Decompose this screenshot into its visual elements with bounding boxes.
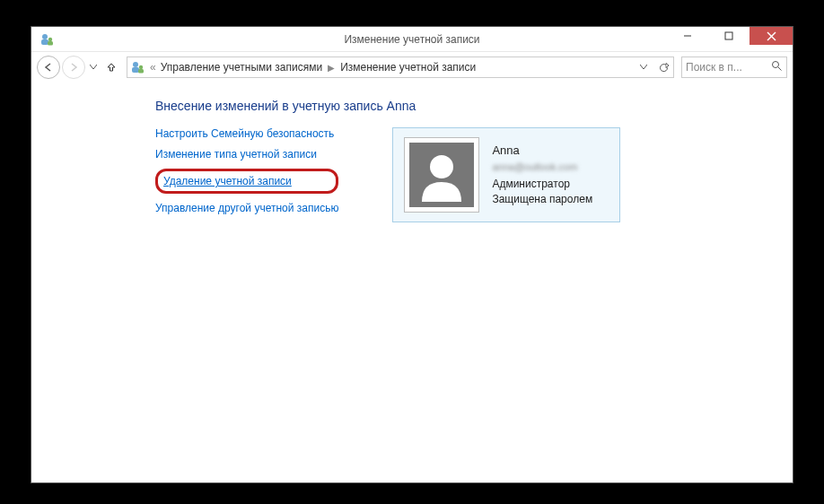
highlight-annotation: Удаление учетной записи [155, 169, 338, 194]
page-heading: Внесение изменений в учетную запись Anna [155, 99, 757, 113]
titlebar: Изменение учетной записи [31, 27, 793, 52]
breadcrumb-prefix: « [150, 61, 156, 74]
svg-point-12 [773, 62, 779, 68]
svg-point-14 [430, 155, 453, 178]
forward-button[interactable] [62, 56, 85, 79]
search-placeholder: Поиск в п... [686, 61, 742, 74]
delete-account-link[interactable]: Удаление учетной записи [163, 175, 292, 187]
maximize-button[interactable] [708, 27, 749, 45]
address-bar[interactable]: « Управление учетными записями ▶ Изменен… [127, 56, 674, 78]
address-dropdown[interactable] [634, 57, 653, 77]
breadcrumb-item[interactable]: Изменение учетной записи [338, 59, 478, 75]
change-account-type-link[interactable]: Изменение типа учетной записи [155, 148, 317, 161]
svg-point-10 [139, 65, 143, 69]
search-icon [771, 60, 783, 74]
control-panel-window: Изменение учетной записи « Управление уч… [31, 26, 793, 483]
up-button[interactable] [103, 56, 119, 79]
breadcrumb-item[interactable]: Управление учетными записями [159, 59, 324, 75]
user-card: Anna anna@outlook.com Администратор Защи… [392, 127, 620, 222]
window-controls [667, 27, 793, 47]
svg-rect-3 [48, 41, 53, 46]
refresh-button[interactable] [653, 57, 673, 77]
search-input[interactable]: Поиск в п... [681, 56, 787, 78]
user-role: Администратор [492, 177, 592, 192]
navbar: « Управление учетными записями ▶ Изменен… [31, 52, 793, 83]
avatar-placeholder-icon [409, 143, 474, 207]
svg-rect-5 [725, 32, 732, 39]
family-safety-link[interactable]: Настроить Семейную безопасность [155, 127, 334, 140]
svg-point-8 [133, 62, 138, 67]
user-email: anna@outlook.com [492, 161, 592, 175]
chevron-right-icon[interactable]: ▶ [328, 63, 335, 73]
content-area: Внесение изменений в учетную запись Anna… [31, 83, 793, 482]
svg-rect-9 [132, 67, 139, 73]
user-info: Anna anna@outlook.com Администратор Защи… [492, 143, 592, 208]
manage-other-account-link[interactable]: Управление другой учетной записью [155, 202, 338, 214]
avatar-frame [404, 137, 479, 213]
minimize-button[interactable] [667, 27, 708, 45]
app-icon [39, 31, 55, 48]
history-dropdown[interactable] [87, 56, 100, 79]
location-icon [127, 60, 147, 74]
user-protection: Защищена паролем [492, 192, 592, 207]
svg-point-2 [48, 37, 52, 40]
svg-point-0 [42, 34, 48, 39]
svg-rect-1 [41, 39, 48, 45]
svg-line-13 [778, 67, 782, 71]
close-button[interactable] [749, 27, 793, 45]
user-name: Anna [492, 143, 592, 160]
back-button[interactable] [37, 56, 60, 79]
svg-rect-11 [138, 69, 144, 74]
action-links: Настроить Семейную безопасность Изменени… [155, 127, 338, 214]
